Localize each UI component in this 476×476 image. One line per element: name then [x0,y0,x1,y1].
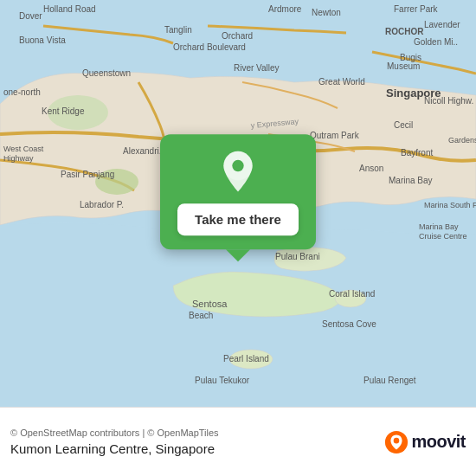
svg-text:Pulau Renget: Pulau Renget [363,376,416,385]
svg-text:Kent Ridge: Kent Ridge [42,106,85,116]
moovit-brand-icon [384,430,408,454]
svg-text:Golden Mi..: Golden Mi.. [414,37,458,47]
svg-text:Cecil: Cecil [394,120,413,130]
moovit-logo: moovit [384,430,466,454]
svg-text:Alexandri..: Alexandri.. [123,146,164,156]
svg-text:Anson: Anson [359,164,383,173]
svg-text:Outram Park: Outram Park [310,131,360,140]
svg-text:Highway: Highway [3,154,34,163]
svg-text:Cruise Centre: Cruise Centre [419,232,467,241]
location-pin-icon [216,150,260,193]
svg-text:Gardens: Gardens [448,136,476,145]
svg-text:Pulau Brani: Pulau Brani [275,252,320,261]
svg-text:Beach: Beach [189,311,213,320]
svg-text:Pearl Island: Pearl Island [223,354,269,363]
svg-text:West Coast: West Coast [3,145,44,153]
map-view: Dover Holland Road Ardmore Newton Farrer… [0,0,476,407]
svg-text:Ardmore: Ardmore [268,4,302,14]
svg-text:Sentosa: Sentosa [192,299,228,309]
svg-text:Pasir Panjang: Pasir Panjang [61,170,114,179]
svg-point-58 [394,437,400,443]
svg-text:Marina South P.: Marina South P. [424,201,476,209]
location-popup: Take me there [160,134,316,249]
svg-text:Pulau Tekukor: Pulau Tekukor [195,376,250,385]
moovit-brand-name: moovit [411,432,466,452]
svg-text:ROCHOR: ROCHOR [385,27,424,36]
svg-text:Coral Island: Coral Island [329,289,375,299]
svg-text:Museum: Museum [387,61,420,71]
svg-text:Marina Bay: Marina Bay [389,176,433,185]
svg-text:Orchard Boulevard: Orchard Boulevard [173,42,246,52]
svg-text:Nicoll Highw.: Nicoll Highw. [424,96,473,106]
bottom-info-bar: © OpenStreetMap contributors | © OpenMap… [0,407,476,476]
svg-text:one-north: one-north [3,87,41,97]
svg-text:Newton: Newton [312,8,341,17]
svg-point-56 [232,160,243,171]
svg-text:Labrador P.: Labrador P. [80,200,124,209]
svg-text:Queenstown: Queenstown [82,68,131,78]
svg-text:Great World: Great World [318,77,365,87]
svg-text:Holland Road: Holland Road [43,4,96,14]
svg-text:Bayfront: Bayfront [401,148,433,158]
svg-text:Orchard: Orchard [222,31,253,41]
svg-text:Sentosa Cove: Sentosa Cove [322,319,376,329]
svg-text:Dover: Dover [19,11,42,21]
svg-text:River Valley: River Valley [234,63,280,73]
svg-text:Farrer Park: Farrer Park [394,4,439,14]
svg-text:Lavender: Lavender [424,20,460,29]
svg-text:Buona Vista: Buona Vista [19,35,66,45]
svg-text:Marina Bay: Marina Bay [419,222,459,231]
svg-text:Tanglin: Tanglin [164,25,192,35]
take-me-there-button[interactable]: Take me there [177,203,299,235]
